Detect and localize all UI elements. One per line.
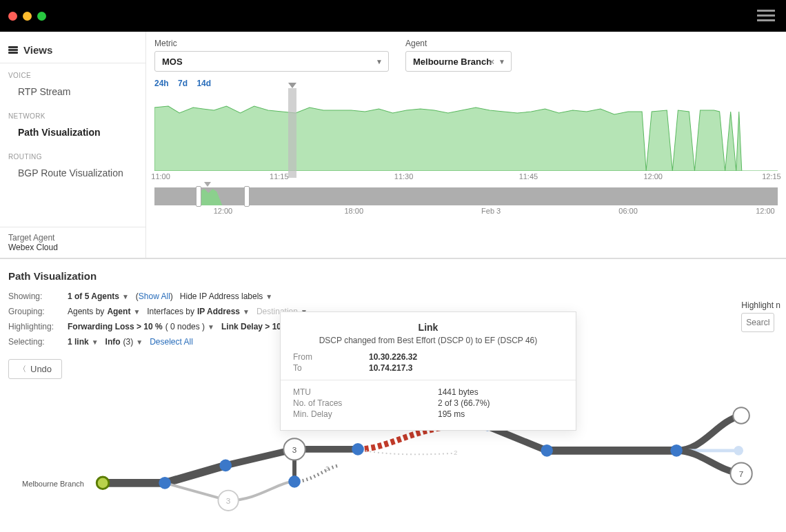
highlight-search: Highlight n <box>741 300 780 332</box>
svg-point-0 <box>97 477 109 489</box>
traffic-lights <box>8 12 46 21</box>
search-input[interactable] <box>741 313 774 332</box>
tooltip-title: Link <box>293 322 563 333</box>
time-cursor[interactable] <box>288 88 296 178</box>
from-label: From <box>293 352 369 362</box>
maximize-window-icon[interactable] <box>37 12 46 21</box>
svg-point-3 <box>288 475 301 488</box>
window-titlebar <box>0 0 786 32</box>
range-7d[interactable]: 7d <box>178 79 188 88</box>
brush-timeline[interactable] <box>154 187 778 205</box>
timeline-ticks: 11:00 11:15 11:30 11:45 12:00 12:15 <box>154 171 778 183</box>
svg-text:7: 7 <box>739 469 744 478</box>
chevron-down-icon: ▼ <box>92 338 99 346</box>
cursor-triangle-icon <box>288 83 296 88</box>
undo-button[interactable]: 〈Undo <box>8 359 62 379</box>
svg-point-1 <box>159 477 171 489</box>
brush-handle-right[interactable] <box>244 186 250 207</box>
brush-ticks: 12:00 18:00 Feb 3 06:00 12:00 <box>154 205 778 218</box>
timeline-chart[interactable] <box>154 95 778 171</box>
selecting-label: Selecting: <box>8 337 61 347</box>
sidebar-item-bgp-route[interactable]: BGP Route Visualization <box>0 163 145 185</box>
svg-point-7 <box>670 444 683 457</box>
close-window-icon[interactable] <box>8 12 17 21</box>
chevron-down-icon: ▼ <box>136 338 143 346</box>
chart-panel: Metric MOS ▼ Agent Melbourne Branch × ▼ … <box>146 32 786 258</box>
minimize-window-icon[interactable] <box>23 12 32 21</box>
agent-label: Agent <box>405 39 512 48</box>
agent-value: Melbourne Branch <box>413 57 492 67</box>
tick: 11:30 <box>394 172 414 181</box>
chevron-down-icon: ▼ <box>122 293 129 300</box>
info-dropdown[interactable]: Info (3) ▼ <box>105 337 143 347</box>
traces-value: 2 of 3 (66.7%) <box>438 398 490 408</box>
metric-label: Metric <box>154 39 389 48</box>
tick: 12:15 <box>762 172 781 181</box>
range-24h[interactable]: 24h <box>154 79 169 88</box>
selecting-links-dropdown[interactable]: 1 link ▼ <box>68 337 99 347</box>
chevron-left-icon: 〈 <box>19 364 26 374</box>
brush-handle-left[interactable] <box>196 186 201 207</box>
svg-point-8 <box>734 446 743 456</box>
path-map[interactable]: 3 3 7 3 2 Melbourne Branch Link DSCP cha… <box>8 382 778 520</box>
showing-agents-dropdown[interactable]: 1 of 5 Agents ▼ <box>68 291 129 301</box>
svg-point-9 <box>733 407 749 423</box>
svg-point-4 <box>352 443 364 456</box>
delay-value: 195 ms <box>438 409 465 419</box>
to-label: To <box>293 363 369 373</box>
metric-select[interactable]: MOS ▼ <box>154 51 389 72</box>
svg-text:3: 3 <box>292 445 297 454</box>
hide-ip-dropdown[interactable]: Hide IP Address labels ▼ <box>180 291 272 301</box>
tick: 11:00 <box>151 172 170 181</box>
svg-point-2 <box>219 460 232 472</box>
tick: 12:00 <box>214 207 233 215</box>
start-node-label: Melbourne Branch <box>22 480 84 488</box>
deselect-all-link[interactable]: Deselect All <box>150 337 193 347</box>
brush-marker-icon <box>204 182 211 187</box>
target-agent-box: Target Agent Webex Cloud <box>0 227 145 258</box>
tick: 06:00 <box>618 207 638 215</box>
grouping-label: Grouping: <box>8 307 61 316</box>
traces-label: No. of Traces <box>293 398 438 408</box>
forwarding-loss-filter[interactable]: Forwarding Loss > 10 % ( 0 nodes ) ▼ <box>68 322 214 331</box>
time-range-tabs: 24h 7d 14d <box>154 79 778 88</box>
agents-by-dropdown[interactable]: Agents by Agent ▼ <box>68 307 140 316</box>
layers-icon <box>8 46 18 54</box>
svg-text:3: 3 <box>325 464 329 472</box>
sidebar-item-rtp-stream[interactable]: RTP Stream <box>0 82 145 104</box>
from-value: 10.30.226.32 <box>369 352 417 362</box>
chevron-down-icon: ▼ <box>133 308 140 316</box>
chevron-down-icon: ▼ <box>208 323 214 331</box>
section-network: NETWORK <box>0 104 145 123</box>
link-tooltip: Link DSCP changed from Best Effort (DSCP… <box>280 311 576 431</box>
interfaces-by-dropdown[interactable]: Interfaces by IP Address ▼ <box>147 307 250 316</box>
tick: 12:00 <box>756 207 775 215</box>
range-14d[interactable]: 14d <box>196 79 211 88</box>
chevron-down-icon: ▼ <box>498 58 505 65</box>
mtu-label: MTU <box>293 387 438 397</box>
clear-agent-icon[interactable]: × <box>489 57 494 67</box>
metric-value: MOS <box>162 57 183 67</box>
tick: 12:00 <box>643 172 663 181</box>
highlight-label: Highlight n <box>741 300 780 310</box>
highlighting-label: Highlighting: <box>8 322 61 331</box>
showing-label: Showing: <box>8 291 61 301</box>
target-agent-value: Webex Cloud <box>8 243 137 252</box>
svg-text:2: 2 <box>454 449 457 456</box>
tick: 11:45 <box>519 172 538 181</box>
views-title: Views <box>23 44 52 56</box>
sidebar-item-path-visualization[interactable]: Path Visualization <box>0 123 145 145</box>
agent-select[interactable]: Melbourne Branch × ▼ <box>405 51 512 72</box>
delay-label: Min. Delay <box>293 409 438 419</box>
section-routing: ROUTING <box>0 145 145 163</box>
show-all-link[interactable]: Show All <box>139 291 170 301</box>
tick: 11:15 <box>270 172 289 181</box>
mtu-value: 1441 bytes <box>438 387 478 397</box>
svg-point-6 <box>541 444 553 457</box>
chevron-down-icon: ▼ <box>376 58 383 65</box>
tick: 18:00 <box>345 207 364 215</box>
chevron-down-icon: ▼ <box>265 293 272 300</box>
path-visualization-panel: Path Visualization Showing: 1 of 5 Agent… <box>0 259 786 520</box>
hamburger-menu-icon[interactable] <box>757 10 775 21</box>
section-voice: VOICE <box>0 63 145 82</box>
